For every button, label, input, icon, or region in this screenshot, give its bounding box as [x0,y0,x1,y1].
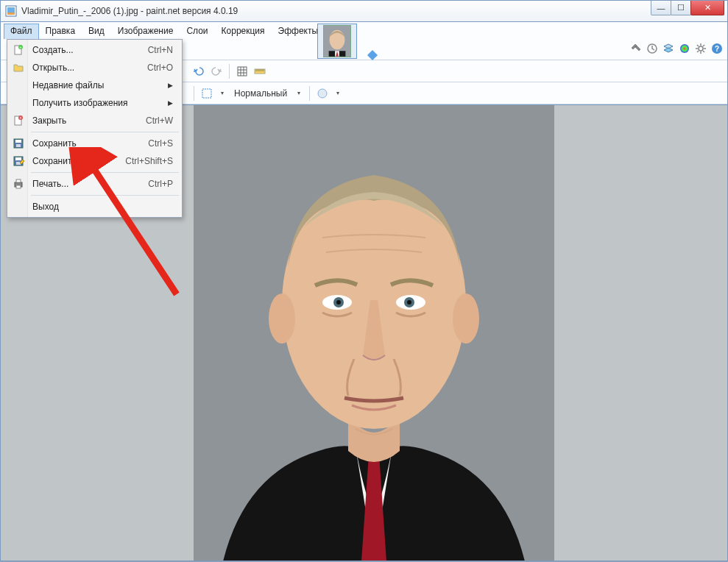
open-image[interactable] [194,105,554,561]
menubar: Файл Правка Вид Изображение Слои Коррекц… [1,22,328,40]
new-file-icon: + [13,44,24,56]
menu-separator [31,172,179,173]
svg-text:+: + [20,45,22,49]
thumbnail-strip [317,24,357,59]
redo-icon[interactable] [210,65,223,78]
titlebar: Vladimir_Putin_-_2006 (1).jpg - paint.ne… [0,0,728,22]
svg-rect-42 [15,140,21,143]
menu-item-close[interactable]: × Закрыть Ctrl+W [9,112,180,129]
menu-item-label: Сохранить [32,138,77,149]
document-thumbnail[interactable] [317,24,357,59]
menu-view[interactable]: Вид [82,24,111,39]
thumbnail-image [323,25,351,57]
svg-point-58 [336,300,341,305]
svg-rect-43 [16,144,21,147]
svg-text:?: ? [715,45,719,53]
open-file-icon [13,62,24,74]
menu-layers[interactable]: Слои [180,24,214,39]
svg-line-16 [703,51,704,52]
svg-point-10 [699,46,703,51]
grid-icon[interactable] [236,65,249,78]
submenu-arrow-icon: ▶ [168,99,173,107]
menu-item-shortcut: Ctrl+W [146,115,173,126]
layers-window-icon[interactable] [662,43,674,54]
menu-item-shortcut: Ctrl+P [148,179,173,189]
svg-rect-2 [7,13,15,15]
tools-window-icon[interactable] [630,43,642,54]
svg-point-53 [453,294,479,344]
save-as-icon [13,155,24,167]
menu-item-print[interactable]: Печать... Ctrl+P [9,175,180,193]
maximize-button[interactable]: ☐ [671,1,691,15]
window-title: Vladimir_Putin_-_2006 (1).jpg - paint.ne… [21,6,727,16]
menu-item-exit[interactable]: Выход [9,198,180,216]
undo-icon[interactable] [192,65,205,78]
file-menu-dropdown: + Создать... Ctrl+N Открыть... Ctrl+O Не… [7,39,183,218]
app-icon [5,5,17,17]
menu-separator [31,132,179,132]
menu-item-open[interactable]: Открыть... Ctrl+O [9,59,180,77]
menu-item-shortcut: Ctrl+O [147,63,173,73]
menu-image[interactable]: Изображение [111,24,180,39]
svg-point-59 [407,300,411,305]
svg-point-52 [269,294,295,344]
selection-mode-icon[interactable] [200,87,213,100]
utility-icons: ? [630,43,723,54]
svg-line-18 [703,45,704,46]
svg-point-34 [318,89,327,98]
blend-mode-dropdown[interactable]: ▾ [294,90,303,96]
minimize-button[interactable]: — [651,1,671,15]
menu-item-save[interactable]: Сохранить Ctrl+S [9,135,180,152]
submenu-arrow-icon: ▶ [168,82,173,89]
menu-file[interactable]: Файл [4,24,39,39]
menu-item-label: Открыть... [32,63,74,73]
add-image-icon[interactable] [367,50,378,60]
history-window-icon[interactable] [646,43,658,54]
help-icon[interactable]: ? [711,43,723,54]
close-file-icon: × [13,115,24,127]
window-controls: — ☐ ✕ [651,1,724,15]
antialias-icon[interactable] [316,87,329,100]
svg-rect-33 [202,89,211,98]
menu-adjust[interactable]: Коррекция [215,24,272,39]
menu-item-new[interactable]: + Создать... Ctrl+N [9,41,180,59]
menu-item-label: Получить изображения [32,98,128,108]
svg-text:×: × [20,115,22,120]
close-button[interactable]: ✕ [690,1,724,15]
menu-item-recent[interactable]: Недавние файлы ▶ [9,77,180,94]
svg-point-4 [330,30,345,50]
menu-item-label: Сохранить как... [32,156,99,166]
colors-window-icon[interactable] [679,43,690,54]
menu-item-label: Выход [32,202,59,212]
ruler-icon[interactable] [253,65,266,78]
menu-item-shortcut: Ctrl+N [148,45,173,55]
svg-rect-49 [16,185,21,188]
menu-item-shortcut: Ctrl+Shift+S [125,156,173,166]
svg-rect-21 [238,67,247,76]
image-content [194,105,554,561]
svg-rect-48 [16,179,21,182]
menu-item-label: Создать... [32,45,74,55]
svg-line-17 [697,51,699,52]
print-icon [13,178,24,190]
save-icon [13,138,24,149]
settings-icon[interactable] [695,43,707,54]
svg-line-15 [697,45,699,46]
menu-item-shortcut: Ctrl+S [148,138,173,149]
svg-point-9 [680,44,689,53]
selection-mode-dropdown[interactable]: ▾ [218,90,227,96]
menu-item-save-as[interactable]: Сохранить как... Ctrl+Shift+S [9,152,180,170]
antialias-dropdown[interactable]: ▾ [333,90,342,96]
menu-item-label: Закрыть [32,115,66,126]
blend-mode-label[interactable]: Нормальный [231,88,290,99]
menu-item-label: Недавние файлы [32,80,104,90]
menu-separator [31,195,179,196]
menu-item-acquire[interactable]: Получить изображения ▶ [9,94,180,112]
svg-rect-1 [7,7,15,13]
menu-item-label: Печать... [32,179,68,189]
menu-edit[interactable]: Правка [39,24,82,39]
svg-rect-45 [15,157,21,160]
